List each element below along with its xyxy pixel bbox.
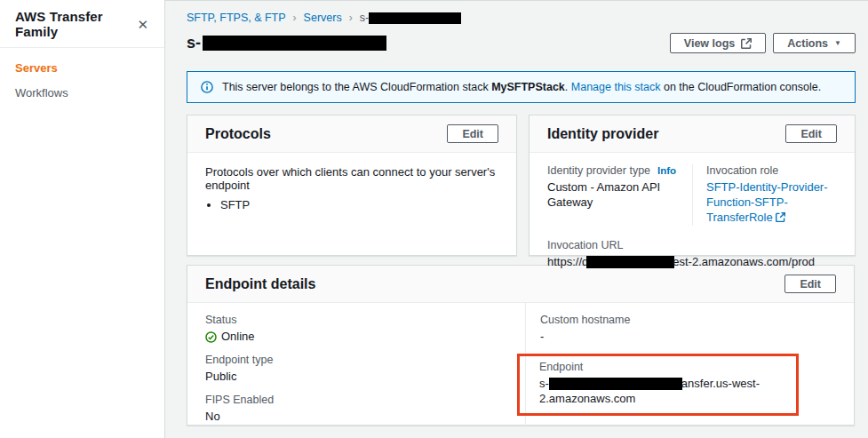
sidebar-title: AWS Transfer Family <box>15 9 133 39</box>
invocation-url-label: Invocation URL <box>547 239 837 251</box>
breadcrumb-link-servers[interactable]: Servers <box>304 12 342 24</box>
cloudformation-info-banner: This server belongs to the AWS CloudForm… <box>187 71 856 103</box>
sidebar-nav: Servers Workflows <box>0 48 164 124</box>
protocols-card-title: Protocols <box>205 126 271 142</box>
fips-value: No <box>205 410 507 425</box>
endpoint-card-title: Endpoint details <box>205 276 315 292</box>
close-icon[interactable]: ✕ <box>133 16 152 33</box>
breadcrumb-current: s- <box>360 12 461 24</box>
breadcrumb: SFTP, FTPS, & FTP › Servers › s- <box>187 12 856 24</box>
endpoint-highlight-annotation: Endpoint s-ansfer.us-west-2.amazonaws.co… <box>517 354 799 416</box>
protocols-list: SFTP <box>205 198 498 211</box>
fips-label: FIPS Enabled <box>205 394 507 406</box>
protocols-card: Protocols Edit Protocols over which clie… <box>187 115 517 256</box>
identity-card-body: Identity provider type Info Custom - Ama… <box>530 153 855 270</box>
custom-hostname-field: Custom hostname - <box>540 314 840 345</box>
invocation-role-link[interactable]: SFTP-Identity-Provider-Function-SFTP-Tra… <box>706 180 828 224</box>
endpoint-details-card: Endpoint details Edit Status Online Endp… <box>187 265 855 426</box>
custom-hostname-label: Custom hostname <box>540 314 840 326</box>
page-header: s- View logs Actions ▼ <box>187 33 856 53</box>
status-value: Online <box>205 330 507 345</box>
endpoint-card-header: Endpoint details Edit <box>187 266 854 303</box>
custom-hostname-value: - <box>540 330 840 345</box>
fips-field: FIPS Enabled No <box>205 394 507 425</box>
identity-card-title: Identity provider <box>547 126 658 142</box>
external-link-icon <box>776 212 785 222</box>
identity-type-value: Custom - Amazon API Gateway <box>547 180 680 211</box>
main-content: SFTP, FTPS, & FTP › Servers › s- s- View… <box>165 0 868 438</box>
actions-button[interactable]: Actions ▼ <box>773 33 856 53</box>
protocols-description: Protocols over which clients can connect… <box>205 165 498 192</box>
identity-edit-button[interactable]: Edit <box>785 124 837 143</box>
protocol-item: SFTP <box>220 198 498 211</box>
view-logs-button[interactable]: View logs <box>670 33 766 53</box>
status-text: Online <box>221 330 255 345</box>
endpoint-type-field: Endpoint type Public <box>205 354 507 385</box>
redacted-server-id <box>203 36 386 51</box>
stack-name: MySFTPStack <box>491 81 565 93</box>
banner-text: This server belongs to the AWS CloudForm… <box>222 81 821 93</box>
endpoint-type-value: Public <box>205 370 507 385</box>
info-link[interactable]: Info <box>657 165 676 176</box>
endpoint-card-body: Status Online Endpoint type Public FIPS … <box>187 303 854 426</box>
identity-type-field: Identity provider type Info Custom - Ama… <box>547 164 692 226</box>
protocols-card-body: Protocols over which clients can connect… <box>187 153 516 224</box>
page-title: s- <box>187 34 386 52</box>
breadcrumb-separator: › <box>342 12 360 24</box>
external-link-icon <box>741 38 752 49</box>
breadcrumb-separator: › <box>286 12 304 24</box>
chevron-down-icon: ▼ <box>834 40 841 47</box>
sidebar-header: AWS Transfer Family ✕ <box>0 0 164 48</box>
invocation-url-value: https://dest-2.amazonaws.com/prod <box>547 255 837 270</box>
info-icon <box>201 81 213 93</box>
invocation-role-field: Invocation role SFTP-Identity-Provider-F… <box>692 164 837 226</box>
redacted-endpoint <box>549 378 682 390</box>
status-label: Status <box>205 314 507 326</box>
redacted-url <box>586 256 674 268</box>
endpoint-label: Endpoint <box>539 361 787 373</box>
manage-stack-link[interactable]: Manage this stack <box>571 81 661 93</box>
sidebar-item-workflows[interactable]: Workflows <box>15 86 149 100</box>
redacted-server-id <box>369 12 461 24</box>
identity-card-header: Identity provider Edit <box>530 115 855 153</box>
breadcrumb-link-sftp[interactable]: SFTP, FTPS, & FTP <box>187 12 286 24</box>
identity-type-label: Identity provider type Info <box>547 164 680 177</box>
check-circle-icon <box>205 331 217 343</box>
invocation-role-label: Invocation role <box>706 164 837 177</box>
protocols-card-header: Protocols Edit <box>187 115 516 153</box>
header-actions: View logs Actions ▼ <box>670 33 856 53</box>
sidebar: AWS Transfer Family ✕ Servers Workflows <box>0 0 165 438</box>
invocation-role-value: SFTP-Identity-Provider-Function-SFTP-Tra… <box>706 180 837 226</box>
identity-provider-card: Identity provider Edit Identity provider… <box>529 115 856 256</box>
invocation-url-field: Invocation URL https://dest-2.amazonaws.… <box>547 239 837 270</box>
cards-row: Protocols Edit Protocols over which clie… <box>187 115 856 256</box>
endpoint-type-label: Endpoint type <box>205 354 507 366</box>
status-field: Status Online <box>205 314 507 345</box>
protocols-edit-button[interactable]: Edit <box>447 124 498 143</box>
endpoint-edit-button[interactable]: Edit <box>784 275 836 293</box>
endpoint-value: s-ansfer.us-west-2.amazonaws.com <box>539 377 787 407</box>
sidebar-item-servers[interactable]: Servers <box>15 61 149 75</box>
